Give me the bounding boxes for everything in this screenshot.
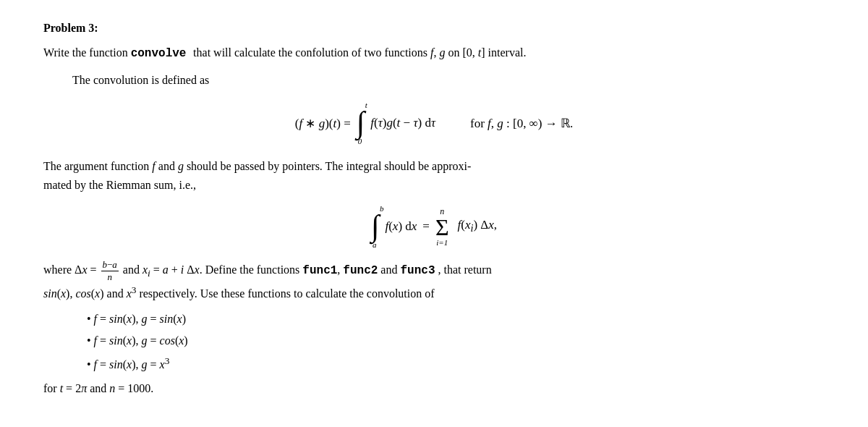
cos-x: cos [75,287,90,300]
arg-g: g [178,160,184,172]
arg-text3: mated by the Riemman sum, i.e., [43,179,196,191]
sin-x2: (x), [57,287,76,300]
problem-title: Problem 3: [43,22,825,35]
formula2-equals: = [422,219,430,234]
formula1-integrand: f(τ)g(t − τ) dτ [370,116,435,130]
function-name: convolve [131,47,193,60]
sin-x: sin [43,287,57,300]
func2-label: func2 [343,264,378,277]
bullet-item-2: f = sin(x), g = cos(x) [87,332,825,350]
vars-fg: f [430,46,433,59]
func1-label: func1 [302,264,337,277]
formula2-display: b ∫ a f(x) dx = n Σ i=1 f(xi) Δx, [43,204,825,249]
formula2-right: f(xi) Δx, [458,218,498,234]
intro-text: Write the function [43,46,128,59]
arg-and: and [158,160,178,172]
integral2: b ∫ a [371,204,380,249]
bullet2-text: f = sin(x), g = cos(x) [94,334,188,347]
integral2-upper: b [380,204,384,213]
func3-label: func3 [400,264,435,277]
sum-lower: i=1 [436,238,448,247]
integral1-symbol: ∫ [357,109,365,137]
argument-paragraph: The argument function f and g should be … [43,157,825,194]
n-equals: n = 1000. [109,382,153,394]
integral1-lower: 0 [358,137,362,145]
integral1-upper: t [365,101,367,109]
integral1: t ∫ 0 [357,101,365,145]
formula1-left: (f ∗ g)(t) = [295,116,351,131]
sum-symbol: Σ [435,217,449,238]
arg-text2: should be passed by pointers. The integr… [187,160,471,172]
on-text: on [0, t] [448,46,485,59]
and-func3: and [380,263,400,276]
arg-f: f [152,160,155,172]
frac-numerator: b−a [101,259,119,271]
bullet-list: f = sin(x), g = sin(x) f = sin(x), g = c… [87,310,825,373]
formula1-for: for f, g : [0, ∞) → ℝ. [470,116,573,131]
formula2-integrand: f(x) dx [385,219,417,234]
fraction-ba-n: b−a n [101,259,119,282]
interval-end: interval. [488,46,527,59]
that-return: , that return [438,263,491,276]
bullet3-text: f = sin(x), g = x3 [94,358,170,371]
arg-text1: The argument function [43,160,152,172]
and-text: and [90,382,106,394]
for-text: for t = 2π [43,382,90,394]
problem-container: Problem 3: Write the function convolve t… [43,22,825,398]
convolution-def-line: The convolution is defined as [72,71,825,90]
frac-denominator: n [106,271,114,283]
where-paragraph: where Δx = b−a n and xi = a + i Δx. Defi… [43,259,825,303]
where-and-xi: and xi = a + i Δx. Define the functions [123,263,302,276]
for-line-paragraph: for t = 2π and n = 1000. [43,379,825,398]
var-g: g [439,46,445,59]
formula1-display: (f ∗ g)(t) = t ∫ 0 f(τ)g(t − τ) dτ for f… [43,101,825,145]
bullet1-text: f = sin(x), g = sin(x) [94,313,186,325]
integral2-lower: a [373,240,377,249]
cos-x2: (x) [91,287,104,300]
summation: n Σ i=1 [435,206,449,247]
bullet-item-1: f = sin(x), g = sin(x) [87,310,825,328]
integral2-symbol: ∫ [371,213,380,240]
intro-text2: that will calculate the confolution of t… [193,46,430,59]
where-text: where Δx = [43,263,100,276]
intro-paragraph: Write the function convolve that will ca… [43,43,825,64]
and-x3: and x3 respectively. Use these functions… [107,287,435,300]
bullet-item-3: f = sin(x), g = x3 [87,354,825,373]
